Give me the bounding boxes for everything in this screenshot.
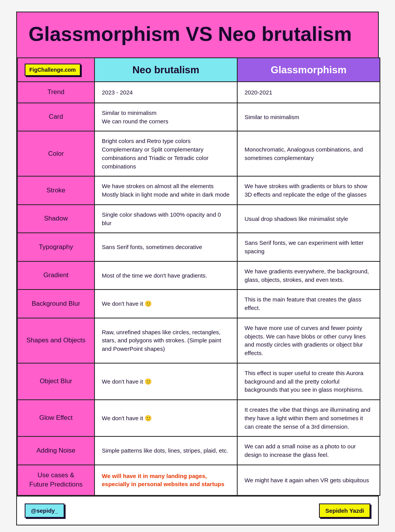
footer-credit: Presented with xmind: [0, 525, 395, 532]
row-glass-cell: Similar to minimalism: [237, 103, 380, 131]
table-row: TypographySans Serif fonts, sometimes de…: [17, 233, 380, 261]
row-label-cell: Shapes and Objects: [17, 318, 95, 363]
row-label-cell: Gradient: [17, 261, 95, 290]
table-row: Shapes and ObjectsRaw, unrefined shapes …: [17, 318, 380, 363]
table-row: ShadowSingle color shadows with 100% opa…: [17, 205, 380, 233]
table-header-row: FigChallenge.com Neo brutalism Glassmorp…: [17, 58, 380, 82]
row-glass-cell: This is the main feature that creates th…: [237, 290, 380, 318]
row-glass-cell: We have strokes with gradients or blurs …: [237, 176, 380, 205]
row-glass-cell: Monochromatic, Analogous combinations, a…: [237, 131, 380, 176]
footer-row: @sepidy_ Sepideh Yazdi: [17, 496, 378, 525]
page-wrapper: Glassmorphism VS Neo brutalism FigChalle…: [16, 12, 379, 525]
row-glass-cell: This effect is super useful to create th…: [237, 363, 380, 400]
figchallenge-badge[interactable]: FigChallenge.com: [25, 64, 81, 76]
table-row: Glow EffectWe don't have it 🙂It creates …: [17, 400, 380, 436]
row-label-cell: Object Blur: [17, 363, 95, 400]
table-row: Adding NoiseSimple patterns like dots, l…: [17, 436, 380, 465]
table-row: Use cases & Future PredictionsWe will ha…: [17, 465, 380, 495]
row-glass-cell: We have more use of curves and fewer poi…: [237, 318, 380, 363]
handle-badge: @sepidy_: [25, 503, 64, 518]
row-label-cell: Color: [17, 131, 95, 176]
glass-header-cell: Glassmorphism: [237, 58, 380, 82]
row-label-cell: Trend: [17, 82, 95, 103]
row-neo-cell: Sans Serif fonts, sometimes decorative: [95, 233, 237, 261]
author-badge: Sepideh Yazdi: [319, 503, 370, 518]
page-title: Glassmorphism VS Neo brutalism: [29, 23, 366, 45]
row-neo-cell: We don't have it 🙂: [95, 290, 237, 318]
row-label-cell: Background Blur: [17, 290, 95, 318]
row-label-cell: Adding Noise: [17, 436, 95, 465]
row-neo-cell: 2023 - 2024: [95, 82, 237, 103]
row-glass-cell: We might have it again when VR gets ubiq…: [237, 465, 380, 495]
table-row: CardSimilar to minimalism We can round t…: [17, 103, 380, 131]
table-row: StrokeWe have strokes on almost all the …: [17, 176, 380, 205]
row-neo-cell: Raw, unrefined shapes like circles, rect…: [95, 318, 237, 363]
row-glass-cell: It creates the vibe that things are illu…: [237, 400, 380, 436]
row-label-cell: Use cases & Future Predictions: [17, 465, 95, 495]
row-glass-cell: Usual drop shadows like minimalist style: [237, 205, 380, 233]
neo-highlight-text: We will have it in many landing pages, e…: [102, 473, 225, 488]
row-label-cell: Shadow: [17, 205, 95, 233]
row-label-cell: Card: [17, 103, 95, 131]
row-neo-cell: Most of the time we don't have gradients…: [95, 261, 237, 290]
row-neo-cell: We will have it in many landing pages, e…: [95, 465, 237, 495]
header: Glassmorphism VS Neo brutalism: [17, 12, 378, 57]
comparison-table: FigChallenge.com Neo brutalism Glassmorp…: [17, 57, 380, 496]
row-glass-cell: Sans Serif fonts, we can experiment with…: [237, 233, 380, 261]
row-neo-cell: Bright colors and Retro type colors Comp…: [95, 131, 237, 176]
row-neo-cell: We don't have it 🙂: [95, 363, 237, 400]
table-row: GradientMost of the time we don't have g…: [17, 261, 380, 290]
table-row: Object BlurWe don't have it 🙂This effect…: [17, 363, 380, 400]
row-glass-cell: 2020-2021: [237, 82, 380, 103]
row-glass-cell: We can add a small noise as a photo to o…: [237, 436, 380, 465]
row-neo-cell: We have strokes on almost all the elemen…: [95, 176, 237, 205]
row-neo-cell: Simple patterns like dots, lines, stripe…: [95, 436, 237, 465]
label-header-cell: FigChallenge.com: [17, 58, 95, 82]
row-neo-cell: Single color shadows with 100% opacity a…: [95, 205, 237, 233]
row-label-cell: Glow Effect: [17, 400, 95, 436]
neo-header-cell: Neo brutalism: [95, 58, 237, 82]
row-neo-cell: We don't have it 🙂: [95, 400, 237, 436]
row-neo-cell: Similar to minimalism We can round the c…: [95, 103, 237, 131]
row-glass-cell: We have gradients everywhere, the backgr…: [237, 261, 380, 290]
table-row: Background BlurWe don't have it 🙂This is…: [17, 290, 380, 318]
row-label-cell: Stroke: [17, 176, 95, 205]
table-row: ColorBright colors and Retro type colors…: [17, 131, 380, 176]
row-label-cell: Typography: [17, 233, 95, 261]
table-row: Trend2023 - 20242020-2021: [17, 82, 380, 103]
